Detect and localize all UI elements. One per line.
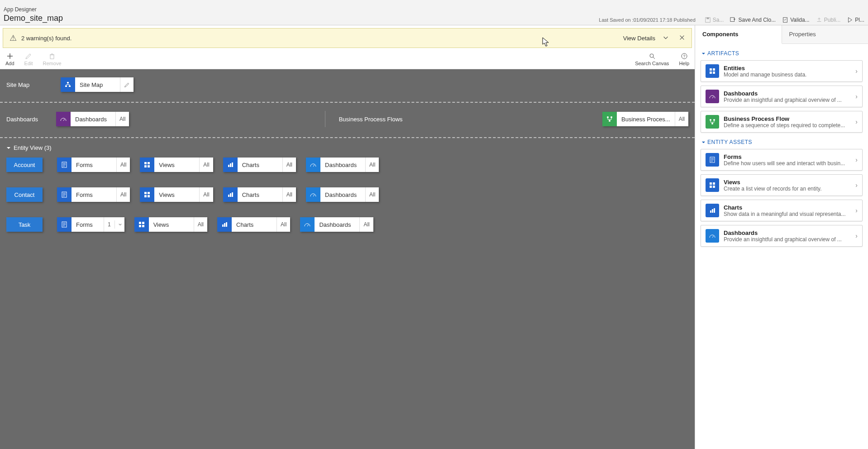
sitemap-tile-label: Site Map — [75, 77, 120, 92]
entity-view-header[interactable]: Entity View (3) — [6, 144, 688, 151]
task-charts-count[interactable]: All — [277, 217, 290, 232]
side-panel: Components Properties ARTIFACTS Entities… — [695, 25, 868, 449]
dashboards-tile[interactable]: Dashboards All — [56, 112, 129, 126]
card-views[interactable]: Views Create a list view of records for … — [701, 174, 863, 196]
forms-label: Forms — [72, 158, 117, 172]
artifacts-group-header[interactable]: ARTIFACTS — [701, 50, 863, 57]
search-canvas-button[interactable]: Search Canvas — [635, 53, 669, 66]
sitemap-tile[interactable]: Site Map — [61, 77, 134, 92]
account-forms-count[interactable]: All — [117, 158, 130, 172]
entity-task-button[interactable]: Task — [6, 217, 43, 232]
charts-label: Charts — [238, 187, 283, 202]
account-views-count[interactable]: All — [200, 158, 213, 172]
remove-button[interactable]: Remove — [43, 53, 62, 66]
chart-icon — [217, 217, 232, 232]
task-dashboards-tile[interactable]: Dashboards All — [300, 217, 373, 232]
plus-icon — [6, 53, 14, 60]
contact-views-count[interactable]: All — [200, 187, 213, 202]
publish-label: Publi... — [824, 17, 841, 23]
warning-close-icon[interactable] — [679, 34, 685, 42]
card-entities[interactable]: Entities Model and manage business data.… — [701, 60, 863, 82]
entity-assets-group-header[interactable]: ENTITY ASSETS — [701, 139, 863, 145]
entity-account-button[interactable]: Account — [6, 158, 43, 172]
svg-rect-51 — [714, 208, 715, 213]
svg-rect-33 — [142, 225, 144, 227]
svg-rect-9 — [69, 86, 71, 87]
contact-forms-tile[interactable]: Forms All — [57, 187, 130, 202]
contact-views-tile[interactable]: Views All — [140, 187, 213, 202]
add-button[interactable]: Add — [5, 53, 14, 66]
svg-rect-32 — [139, 225, 141, 227]
task-forms-tile[interactable]: Forms 1 — [57, 217, 124, 232]
sitemap-edit-button[interactable] — [120, 77, 134, 92]
save-icon — [705, 17, 711, 23]
contact-forms-count[interactable]: All — [117, 187, 130, 202]
grid-icon — [706, 178, 719, 192]
help-label: Help — [679, 61, 689, 66]
svg-rect-8 — [65, 86, 67, 87]
entity-row-contact: Contact Forms All Views All — [6, 187, 688, 202]
app-title: App Designer — [4, 6, 63, 13]
account-forms-tile[interactable]: Forms All — [57, 158, 130, 172]
publish-button[interactable]: Publi... — [816, 17, 841, 23]
save-button[interactable]: Sa... — [705, 17, 724, 23]
dashboards-section-label: Dashboards — [6, 116, 43, 123]
svg-rect-25 — [148, 195, 150, 197]
form-icon — [57, 158, 72, 172]
dashboards-bpf-section: Dashboards Dashboards All Business Proce… — [0, 103, 695, 138]
entity-contact-button[interactable]: Contact — [6, 187, 43, 202]
svg-rect-49 — [710, 210, 711, 213]
account-dashboards-tile[interactable]: Dashboards All — [306, 158, 379, 172]
task-charts-tile[interactable]: Charts All — [217, 217, 290, 232]
task-views-tile[interactable]: Views All — [134, 217, 207, 232]
svg-rect-19 — [230, 163, 231, 167]
warning-bar: ⚠ 2 warning(s) found. View Details — [3, 28, 692, 48]
account-views-tile[interactable]: Views All — [140, 158, 213, 172]
card-charts[interactable]: Charts Show data in a meaningful and vis… — [701, 200, 863, 221]
card-title: Forms — [724, 153, 851, 160]
svg-rect-38 — [713, 68, 715, 71]
svg-point-10 — [607, 116, 609, 118]
contact-charts-count[interactable]: All — [283, 187, 296, 202]
warning-expand-icon[interactable] — [663, 34, 669, 42]
tab-components[interactable]: Components — [695, 25, 782, 44]
separator — [325, 111, 325, 127]
charts-label: Charts — [238, 158, 283, 172]
gauge-icon — [306, 158, 320, 172]
entity-row-task: Task Forms 1 Views All — [6, 217, 688, 232]
card-forms[interactable]: Forms Define how users will see and inte… — [701, 149, 863, 171]
edit-button[interactable]: Edit — [24, 53, 33, 66]
canvas[interactable]: Site Map Site Map Dashboards — [0, 69, 695, 449]
play-button[interactable]: Pl... — [847, 17, 864, 23]
dashboards-all-button[interactable]: All — [116, 112, 129, 126]
tab-properties[interactable]: Properties — [782, 25, 868, 43]
validate-button[interactable]: Valida... — [782, 17, 809, 23]
svg-rect-45 — [710, 182, 712, 185]
contact-dashboards-count[interactable]: All — [366, 187, 379, 202]
contact-charts-tile[interactable]: Charts All — [223, 187, 296, 202]
dashboards-label: Dashboards — [315, 217, 360, 232]
account-charts-count[interactable]: All — [283, 158, 296, 172]
remove-label: Remove — [43, 61, 62, 66]
svg-rect-31 — [142, 222, 144, 224]
task-views-count[interactable]: All — [194, 217, 207, 232]
publish-icon — [816, 17, 822, 23]
card-dashboards[interactable]: Dashboards Provide an insightful and gra… — [701, 86, 863, 107]
view-details-link[interactable]: View Details — [623, 35, 655, 42]
pencil-icon — [124, 82, 130, 88]
task-dashboards-count[interactable]: All — [360, 217, 373, 232]
task-forms-count[interactable]: 1 — [104, 217, 124, 232]
save-and-close-button[interactable]: Save And Clo... — [730, 17, 776, 23]
account-dashboards-count[interactable]: All — [366, 158, 379, 172]
account-charts-tile[interactable]: Charts All — [223, 158, 296, 172]
card-bpf[interactable]: Business Process Flow Define a sequence … — [701, 111, 863, 133]
svg-rect-30 — [139, 222, 141, 224]
chevron-right-icon: › — [855, 67, 858, 75]
help-button[interactable]: ? Help — [679, 53, 689, 66]
bpf-tile[interactable]: Business Proces... All — [602, 112, 688, 126]
contact-dashboards-tile[interactable]: Dashboards All — [306, 187, 379, 202]
bpf-all-button[interactable]: All — [675, 112, 688, 126]
entity-row-account: Account Forms All Views All — [6, 158, 688, 172]
svg-point-12 — [609, 120, 610, 122]
card-entity-dashboards[interactable]: Dashboards Provide an insightful and gra… — [701, 225, 863, 247]
